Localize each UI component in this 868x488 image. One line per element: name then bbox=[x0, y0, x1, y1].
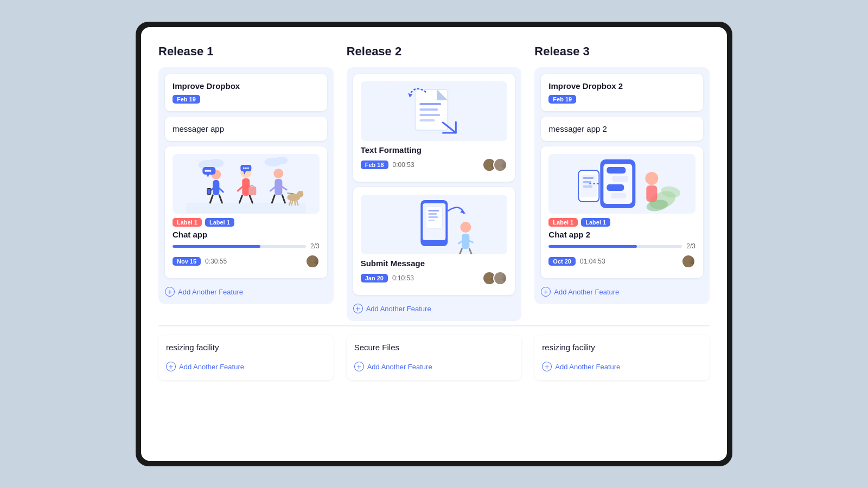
svg-rect-51 bbox=[419, 103, 441, 105]
svg-point-79 bbox=[497, 280, 505, 285]
svg-rect-65 bbox=[428, 210, 439, 211]
svg-point-31 bbox=[273, 169, 283, 178]
card-messager-app[interactable]: messager app bbox=[165, 117, 327, 141]
svg-point-18 bbox=[209, 170, 211, 172]
svg-line-43 bbox=[295, 201, 295, 205]
illustration-chat-phone bbox=[548, 154, 695, 214]
add-feature-bottom3[interactable]: + Add Another Feature bbox=[542, 358, 702, 373]
svg-point-39 bbox=[301, 191, 303, 194]
progress-row-chat2: 2/3 bbox=[548, 242, 695, 250]
add-feature-icon-bottom3: + bbox=[542, 362, 552, 371]
bottom-title-2: Secure Files bbox=[354, 343, 514, 352]
svg-point-29 bbox=[245, 168, 247, 169]
avatars-text-formatting bbox=[482, 158, 507, 172]
label-row-chat2: Label 1 Label 1 bbox=[548, 218, 695, 227]
add-feature-label-col3: Add Another Feature bbox=[554, 288, 619, 296]
svg-rect-93 bbox=[583, 181, 592, 183]
badge-label1-c: Label 1 bbox=[548, 218, 578, 227]
svg-point-95 bbox=[646, 172, 659, 185]
card-text-formatting[interactable]: Text Formatting Feb 18 0:00:53 bbox=[353, 74, 515, 182]
add-feature-bottom2[interactable]: + Add Another Feature bbox=[354, 358, 514, 373]
add-feature-bottom1[interactable]: + Add Another Feature bbox=[166, 358, 326, 373]
column-header-release1: Release 1 bbox=[158, 44, 334, 59]
bottom-card-3[interactable]: resizing facility + Add Another Feature bbox=[534, 335, 710, 380]
column-inner-3: Improve Dropbox 2 Feb 19 messager app 2 bbox=[534, 67, 710, 304]
add-feature-col3[interactable]: + Add Another Feature bbox=[541, 284, 703, 298]
badge-feb19-r3: Feb 19 bbox=[548, 95, 576, 104]
add-feature-col2[interactable]: + Add Another Feature bbox=[353, 300, 515, 314]
meta-left-chat2: Oct 20 01:04:53 bbox=[548, 257, 605, 266]
progress-text-chat: 2/3 bbox=[310, 242, 320, 250]
device-screen: Release 1 Improve Dropbox Feb 19 message… bbox=[141, 27, 727, 461]
svg-point-60 bbox=[497, 166, 505, 172]
progress-bar-chat bbox=[173, 245, 306, 248]
svg-point-77 bbox=[486, 280, 494, 285]
card-title-text-formatting: Text Formatting bbox=[361, 145, 508, 155]
card-messager-app2[interactable]: messager app 2 bbox=[541, 117, 703, 141]
svg-point-78 bbox=[498, 274, 502, 279]
label-row-chat: Label 1 Label 1 bbox=[173, 218, 320, 227]
bottom-card-1[interactable]: resizing facility + Add Another Feature bbox=[158, 335, 334, 380]
add-feature-label-bottom2: Add Another Feature bbox=[367, 363, 432, 371]
svg-rect-67 bbox=[428, 216, 438, 218]
add-feature-label-col1: Add Another Feature bbox=[178, 288, 243, 296]
bottom-card-2[interactable]: Secure Files + Add Another Feature bbox=[347, 335, 522, 380]
time-chat: 0:30:55 bbox=[205, 258, 227, 265]
avatars-chat bbox=[305, 254, 320, 268]
card-title-messager2: messager app 2 bbox=[548, 124, 695, 133]
avatars-submit-message bbox=[482, 271, 507, 285]
add-feature-col1[interactable]: + Add Another Feature bbox=[165, 284, 327, 298]
avatar-tf-2 bbox=[493, 158, 507, 172]
board: Release 1 Improve Dropbox Feb 19 message… bbox=[158, 44, 710, 321]
progress-bar-chat2 bbox=[548, 245, 682, 248]
badge-label1-b: Label 1 bbox=[205, 218, 234, 227]
card-chat-app2[interactable]: Label 1 Label 1 Chat app 2 2/3 bbox=[541, 146, 703, 278]
column-inner-1: Improve Dropbox Feb 19 messager app bbox=[158, 67, 334, 304]
add-feature-icon-col2: + bbox=[353, 304, 363, 313]
svg-rect-89 bbox=[611, 193, 627, 198]
badge-oct20: Oct 20 bbox=[548, 257, 576, 266]
section-divider bbox=[158, 325, 710, 326]
svg-rect-68 bbox=[428, 220, 435, 221]
bottom-title-3: resizing facility bbox=[542, 343, 702, 352]
progress-text-chat2: 2/3 bbox=[686, 242, 695, 250]
add-feature-label-bottom3: Add Another Feature bbox=[555, 363, 620, 371]
svg-rect-94 bbox=[583, 185, 593, 188]
svg-point-76 bbox=[487, 274, 492, 279]
svg-line-40 bbox=[287, 193, 293, 194]
badge-feb18: Feb 18 bbox=[361, 160, 388, 169]
column-inner-2: Text Formatting Feb 18 0:00:53 bbox=[347, 67, 522, 321]
meta-left-text-formatting: Feb 18 0:00:53 bbox=[361, 160, 414, 169]
illustration-submit-message bbox=[361, 195, 508, 254]
svg-point-57 bbox=[487, 161, 492, 165]
svg-point-2 bbox=[208, 159, 224, 168]
add-feature-label-bottom1: Add Another Feature bbox=[179, 363, 244, 371]
avatar-sm-2 bbox=[493, 271, 507, 285]
card-submit-message[interactable]: Submit Message Jan 20 0:10:53 bbox=[353, 187, 515, 295]
badge-label1-d: Label 1 bbox=[581, 218, 610, 227]
card-improve-dropbox[interactable]: Improve Dropbox Feb 19 bbox=[165, 74, 327, 111]
meta-row-chat: Nov 15 0:30:55 bbox=[173, 254, 320, 268]
card-improve-dropbox2[interactable]: Improve Dropbox 2 Feb 19 bbox=[541, 74, 703, 111]
meta-row-submit-message: Jan 20 0:10:53 bbox=[361, 271, 508, 285]
svg-point-58 bbox=[486, 166, 494, 172]
svg-rect-88 bbox=[607, 184, 624, 191]
card-title-chat: Chat app bbox=[173, 230, 320, 239]
column-release3: Release 3 Improve Dropbox 2 Feb 19 messa… bbox=[534, 44, 710, 321]
column-header-release3: Release 3 bbox=[534, 44, 710, 59]
time-text-formatting: 0:00:53 bbox=[393, 161, 414, 169]
progress-row-chat: 2/3 bbox=[173, 242, 320, 250]
svg-point-4 bbox=[275, 157, 288, 164]
progress-fill-chat bbox=[173, 245, 260, 248]
card-chat-app[interactable]: Label 1 Label 1 Chat app 2/3 N bbox=[165, 146, 327, 278]
card-title-messager: messager app bbox=[173, 124, 320, 133]
time-chat2: 01:04:53 bbox=[580, 258, 605, 265]
card-title-improve-dropbox: Improve Dropbox bbox=[173, 81, 320, 91]
time-submit-message: 0:10:53 bbox=[392, 274, 414, 282]
svg-rect-54 bbox=[419, 119, 435, 121]
svg-point-16 bbox=[205, 170, 207, 172]
add-feature-label-col2: Add Another Feature bbox=[366, 305, 431, 313]
card-title-submit-message: Submit Message bbox=[361, 259, 508, 268]
add-feature-icon-bottom2: + bbox=[354, 362, 364, 371]
meta-row-text-formatting: Feb 18 0:00:53 bbox=[361, 158, 508, 172]
